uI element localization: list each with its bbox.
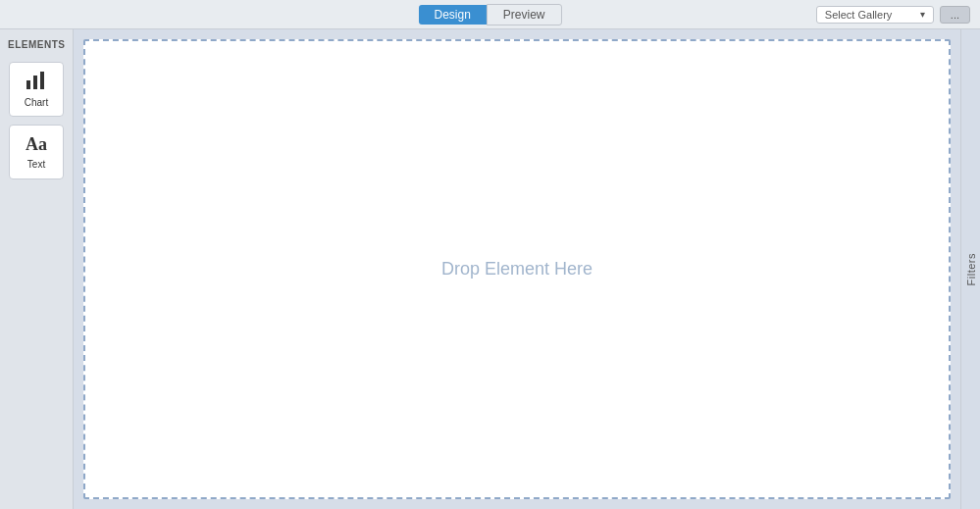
element-tile-text[interactable]: Aa Text	[9, 125, 64, 179]
action-button[interactable]: ...	[940, 6, 970, 24]
svg-rect-0	[26, 80, 30, 89]
chevron-down-icon: ▾	[920, 9, 925, 20]
top-bar-right: Select Gallery ▾ ...	[816, 6, 970, 24]
gallery-select-label: Select Gallery	[825, 9, 892, 21]
svg-rect-2	[40, 72, 44, 89]
tab-preview[interactable]: Preview	[487, 4, 562, 25]
main-content: ELEMENTS Chart Aa Text Drop Element Here…	[0, 29, 980, 509]
sidebar: ELEMENTS Chart Aa Text	[0, 29, 74, 509]
svg-rect-1	[33, 76, 37, 89]
drop-canvas[interactable]: Drop Element Here	[83, 39, 951, 499]
element-tile-chart[interactable]: Chart	[9, 62, 64, 117]
text-icon: Aa	[26, 134, 47, 155]
canvas-area: Drop Element Here	[74, 29, 960, 509]
sidebar-section-label: ELEMENTS	[8, 39, 65, 50]
tab-group: Design Preview	[418, 4, 561, 25]
text-tile-label: Text	[27, 159, 45, 170]
top-bar: Design Preview Select Gallery ▾ ...	[0, 0, 980, 29]
tab-design[interactable]: Design	[418, 5, 486, 25]
filters-tab[interactable]: Filters	[960, 29, 980, 509]
drop-hint-text: Drop Element Here	[441, 259, 593, 280]
chart-tile-label: Chart	[25, 97, 48, 108]
filters-tab-label: Filters	[965, 253, 977, 285]
chart-icon	[25, 71, 48, 93]
gallery-select-dropdown[interactable]: Select Gallery ▾	[816, 6, 934, 24]
